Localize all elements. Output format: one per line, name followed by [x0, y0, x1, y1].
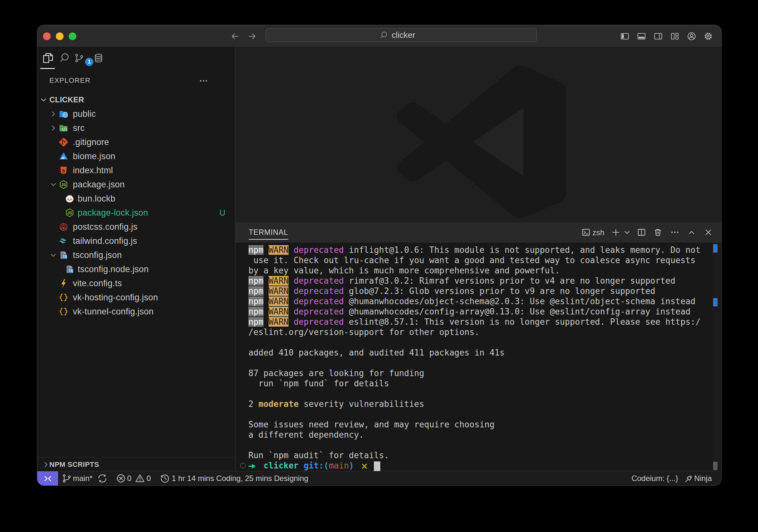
- terminal-text-segment: /eslint.org/version-support for other op…: [248, 327, 479, 337]
- terminal-text-segment: [299, 461, 304, 470]
- account-icon[interactable]: [687, 31, 696, 41]
- terminal-line: run `npm fund` for details: [248, 378, 701, 388]
- status-warnings[interactable]: 0: [135, 474, 151, 483]
- nav-forward-icon[interactable]: [247, 32, 257, 41]
- terminal-dropdown-chevron-icon[interactable]: [622, 227, 632, 237]
- status-git-branch[interactable]: main*: [62, 474, 92, 483]
- explorer-actions-ellipsis-icon[interactable]: [199, 76, 208, 86]
- terminal-text-segment: npm: [248, 276, 263, 285]
- terminal-text-segment: 87 packages are looking for funding: [248, 368, 424, 378]
- scrollbar-slider[interactable]: [713, 462, 718, 470]
- tree-root-clicker[interactable]: CLICKER: [37, 93, 235, 107]
- terminal-text-segment: WARN: [269, 317, 289, 327]
- tree-item-vite-config-ts[interactable]: vite.config.ts: [37, 276, 235, 290]
- command-decoration-circle[interactable]: [240, 463, 246, 468]
- titlebar-actions: [620, 31, 713, 41]
- explorer-header: EXPLORER: [37, 74, 235, 87]
- tree-item--gitignore[interactable]: .gitignore: [37, 135, 235, 149]
- tree-root-label: CLICKER: [50, 95, 84, 104]
- svg-text:JS: JS: [67, 211, 72, 215]
- layout-panel-icon[interactable]: [637, 31, 646, 41]
- terminal-text-segment: npm: [248, 296, 263, 306]
- file-tree: CLICKERpublicsrc.gitignorebiome.json5ind…: [37, 93, 235, 318]
- tree-item-label: vk-tunnel-config.json: [73, 307, 154, 317]
- tree-item-postcss-config-js[interactable]: postcss.config.js: [37, 220, 235, 234]
- close-window-button[interactable]: [43, 32, 51, 40]
- terminal-text-segment: npm: [248, 307, 263, 316]
- terminal-icon: [581, 227, 591, 237]
- terminal-text-segment: added 410 packages, and audited 411 pack…: [248, 348, 504, 357]
- zoom-window-button[interactable]: [69, 32, 76, 40]
- terminal-text-segment: eslint@8.57.1: This version is no longer…: [344, 317, 700, 327]
- terminal-text-segment: [289, 307, 293, 316]
- terminal-text-segment: 2: [248, 399, 258, 409]
- chevron-right-icon: [50, 124, 57, 132]
- terminal-text-segment: [289, 245, 293, 255]
- status-ninja[interactable]: Ninja: [684, 474, 712, 483]
- status-ninja-label: Ninja: [694, 474, 712, 483]
- tree-item-vk-hosting-config-json[interactable]: vk-hosting-config.json: [37, 290, 235, 305]
- layout-sidebar-left-icon[interactable]: [620, 31, 630, 41]
- tree-item-tsconfig-node-json[interactable]: TStsconfig.node.json: [37, 262, 235, 276]
- warning-icon: [135, 474, 145, 483]
- kill-terminal-button[interactable]: [653, 227, 663, 237]
- activity-bar-item-source-control[interactable]: 1: [74, 52, 85, 64]
- status-time-tracker[interactable]: 1 hr 14 mins Coding, 25 mins Designing: [160, 474, 308, 483]
- terminal-text-segment: main: [328, 461, 349, 470]
- terminal-output[interactable]: npm WARN deprecated inflight@1.0.6: This…: [235, 243, 721, 472]
- tree-item-bun-lockb[interactable]: bun.lockb: [37, 191, 235, 206]
- activity-bar-item-search[interactable]: [59, 52, 70, 64]
- split-terminal-button[interactable]: [637, 227, 646, 237]
- command-center-search[interactable]: clicker: [266, 28, 537, 42]
- remote-indicator[interactable]: [37, 471, 58, 485]
- terminal-line: use it. Check out lru-cache if you want …: [248, 255, 701, 265]
- minimize-window-button[interactable]: [56, 32, 63, 40]
- panel-header: TERMINAL zsh: [235, 222, 721, 243]
- error-icon: [116, 474, 126, 483]
- tree-item-package-lock-json[interactable]: JSpackage-lock.jsonU: [37, 206, 235, 220]
- tree-item-label: src: [73, 123, 85, 133]
- terminal-line: [248, 388, 701, 399]
- terminal-line: [248, 409, 701, 419]
- vite-icon: [58, 278, 69, 288]
- terminal-text-segment: [289, 317, 293, 327]
- terminal-text-segment: deprecated: [293, 245, 344, 255]
- terminal-line: [248, 337, 701, 348]
- tree-item-public[interactable]: public: [37, 107, 235, 121]
- git-file-icon: [58, 137, 69, 147]
- nav-back-icon[interactable]: [231, 32, 240, 41]
- terminal-scrollbar[interactable]: [712, 243, 721, 472]
- terminal-line: by a key value, which is much more compr…: [248, 265, 701, 276]
- status-codeium[interactable]: Codeium: {...}: [632, 474, 678, 483]
- npm-scripts-section[interactable]: NPM SCRIPTS: [37, 457, 235, 472]
- close-panel-button[interactable]: [704, 227, 713, 237]
- activity-bar-item-explorer[interactable]: [43, 52, 53, 64]
- layout-sidebar-right-icon[interactable]: [653, 31, 663, 41]
- terminal-line: 2 moderate severity vulnerabilities: [248, 399, 701, 409]
- traffic-lights: [43, 32, 76, 40]
- new-terminal-button[interactable]: [611, 227, 621, 237]
- status-errors[interactable]: 0: [116, 474, 131, 483]
- terminal-text-segment: git:(: [304, 461, 328, 470]
- status-sync[interactable]: [98, 474, 107, 483]
- chevron-down-icon: [50, 181, 57, 188]
- tree-item-index-html[interactable]: 5index.html: [37, 163, 235, 178]
- status-time-tracker-label: 1 hr 14 mins Coding, 25 mins Designing: [172, 474, 308, 483]
- layout-customize-icon[interactable]: [670, 31, 680, 41]
- terminal-text-segment: WARN: [269, 296, 289, 306]
- tree-item-src[interactable]: src: [37, 121, 235, 135]
- maximize-panel-button[interactable]: [687, 227, 696, 237]
- tree-item-biome-json[interactable]: biome.json: [37, 149, 235, 163]
- settings-gear-icon[interactable]: [704, 31, 713, 41]
- terminal-line: [248, 358, 701, 368]
- tree-item-vk-tunnel-config-json[interactable]: vk-tunnel-config.json: [37, 305, 235, 318]
- tree-item-package-json[interactable]: JSpackage.json: [37, 178, 235, 191]
- terminal-text-segment: [289, 286, 293, 296]
- terminal-line: npm WARN deprecated eslint@8.57.1: This …: [248, 317, 701, 327]
- html-icon: 5: [58, 165, 69, 176]
- panel-more-actions-button[interactable]: [670, 227, 680, 237]
- terminal-text-segment: [289, 276, 293, 285]
- tree-item-tailwind-config-js[interactable]: tailwind.config.js: [37, 234, 235, 248]
- tree-item-tsconfig-json[interactable]: TStsconfig.json: [37, 248, 235, 262]
- activity-bar-item-database[interactable]: [93, 52, 104, 64]
